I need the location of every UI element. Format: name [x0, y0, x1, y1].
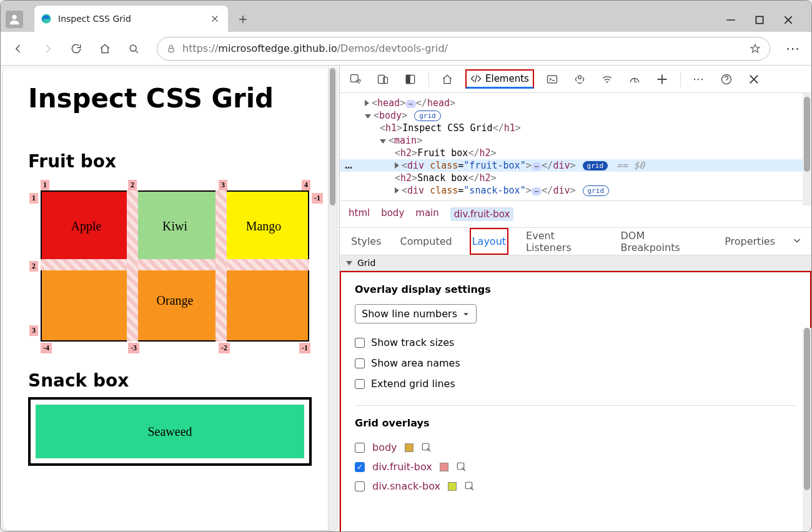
svg-rect-7: [384, 77, 388, 83]
page-scrollbar[interactable]: [328, 68, 337, 530]
tree-scrollbar[interactable]: [803, 93, 811, 205]
close-tab-icon[interactable]: [210, 14, 219, 23]
tab-elements[interactable]: Elements: [465, 69, 534, 89]
network-icon[interactable]: [598, 70, 616, 89]
overlay-checkbox-snack-box[interactable]: [355, 481, 365, 491]
grid-label: 2: [128, 180, 137, 190]
back-button[interactable]: [8, 38, 29, 59]
color-swatch[interactable]: [440, 463, 448, 471]
url-text: https://microsoftedge.github.io/Demos/de…: [182, 42, 448, 54]
layout-panel: Overlay display settings Show line numbe…: [340, 271, 811, 532]
grid-label: -1: [299, 343, 310, 353]
cell-mango: Mango: [219, 192, 308, 260]
subtab-layout[interactable]: Layout: [470, 228, 508, 255]
svg-point-0: [12, 15, 16, 19]
cell-apple: Apple: [42, 192, 131, 260]
cell-orange: Orange: [42, 260, 308, 340]
overlay-checkbox-fruit-box[interactable]: [355, 462, 365, 472]
overlay-name: div.snack-box: [372, 480, 440, 492]
breadcrumb-item[interactable]: html: [349, 207, 370, 221]
more-tabs-button[interactable]: [653, 70, 671, 89]
subtab-properties[interactable]: Properties: [723, 229, 776, 254]
color-swatch[interactable]: [405, 443, 413, 452]
sources-icon[interactable]: [570, 70, 589, 89]
new-tab-button[interactable]: [233, 9, 253, 29]
grid-section-header[interactable]: Grid: [340, 255, 811, 271]
selected-dom-node[interactable]: <div class="fruit-box">⋯</div> grid== $0: [340, 159, 811, 172]
overlay-settings-heading: Overlay display settings: [355, 283, 796, 295]
checkbox-label: Extend grid lines: [371, 378, 455, 390]
subtab-dom-breakpoints[interactable]: DOM Breakpoints: [620, 224, 708, 260]
welcome-icon[interactable]: [438, 70, 457, 89]
tab-title: Inspect CSS Grid: [58, 14, 204, 24]
select-label: Show line numbers: [362, 308, 457, 320]
devtools-menu-button[interactable]: ⋯: [690, 70, 708, 89]
breadcrumb-item-selected[interactable]: div.fruit-box: [450, 207, 514, 221]
snack-heading: Snack box: [28, 370, 312, 391]
grid-label: -3: [128, 343, 139, 353]
device-toggle-icon[interactable]: [374, 70, 392, 89]
chevron-down-icon[interactable]: [793, 235, 801, 247]
forward-button: [37, 38, 58, 59]
reveal-icon[interactable]: [421, 442, 432, 453]
search-button[interactable]: [123, 38, 144, 59]
performance-icon[interactable]: [625, 70, 644, 89]
grid-label: 1: [29, 193, 38, 204]
page-title: Inspect CSS Grid: [28, 83, 312, 114]
grid-label: -1: [312, 193, 323, 204]
grid-label: -2: [219, 343, 230, 353]
breadcrumb-item[interactable]: body: [381, 207, 404, 221]
fruit-heading: Fruit box: [28, 151, 312, 172]
layout-scrollbar[interactable]: [803, 328, 811, 532]
reveal-icon[interactable]: [456, 461, 467, 473]
code-icon: [470, 73, 482, 84]
checkbox-label: Show track sizes: [371, 337, 454, 348]
app-menu-button[interactable]: ⋯: [783, 38, 804, 59]
checkbox-area-names[interactable]: [355, 358, 365, 368]
close-window-button[interactable]: [783, 14, 794, 26]
minimize-button[interactable]: [725, 14, 736, 26]
inspect-element-icon[interactable]: [346, 70, 365, 89]
help-icon[interactable]: [717, 70, 736, 89]
checkbox-track-sizes[interactable]: [355, 338, 365, 348]
grid-overlays-heading: Grid overlays: [355, 417, 796, 429]
grid-section-title: Grid: [357, 258, 375, 268]
devtools-toolbar: Elements ⋯: [340, 66, 811, 93]
maximize-button[interactable]: [754, 14, 765, 26]
close-devtools-button[interactable]: [745, 70, 763, 89]
color-swatch[interactable]: [448, 482, 457, 491]
profile-icon[interactable]: [6, 11, 23, 28]
chevron-down-icon: [462, 310, 470, 318]
home-button[interactable]: [94, 38, 116, 59]
refresh-button[interactable]: [66, 38, 87, 59]
checkbox-extend-lines[interactable]: [355, 379, 365, 389]
browser-toolbar: https://microsoftedge.github.io/Demos/de…: [1, 32, 811, 66]
svg-point-3: [130, 45, 136, 51]
line-numbers-select[interactable]: Show line numbers: [355, 304, 477, 323]
breadcrumb-item[interactable]: main: [415, 207, 438, 221]
title-bar: Inspect CSS Grid: [1, 1, 811, 32]
subtab-styles[interactable]: Styles: [350, 229, 383, 254]
dom-tree[interactable]: <head>⋯</head> <body> grid <h1>Inspect C…: [340, 93, 811, 200]
cell-seaweed: Seaweed: [36, 405, 304, 458]
address-bar[interactable]: https://microsoftedge.github.io/Demos/de…: [157, 37, 770, 61]
tab-elements-label: Elements: [485, 73, 529, 84]
favorite-icon[interactable]: [750, 43, 761, 54]
grid-label: 4: [302, 180, 310, 190]
cell-kiwi: Kiwi: [131, 192, 219, 260]
grid-label: 2: [29, 261, 38, 272]
console-icon[interactable]: [543, 70, 562, 89]
overlay-checkbox-body[interactable]: [355, 443, 365, 453]
svg-point-11: [578, 76, 581, 79]
grid-label: -4: [41, 343, 52, 353]
overlay-name: div.fruit-box: [372, 461, 432, 473]
lock-icon: [166, 44, 176, 54]
reveal-icon[interactable]: [464, 481, 475, 492]
edge-favicon-icon: [41, 13, 52, 24]
subtab-event-listeners[interactable]: Event Listeners: [525, 224, 603, 260]
browser-tab[interactable]: Inspect CSS Grid: [34, 6, 228, 32]
devtools-pane: Elements ⋯ <head>⋯</head> <body> grid <h…: [339, 66, 811, 532]
svg-rect-9: [406, 75, 410, 83]
subtab-computed[interactable]: Computed: [399, 229, 453, 254]
dock-icon[interactable]: [401, 70, 420, 89]
